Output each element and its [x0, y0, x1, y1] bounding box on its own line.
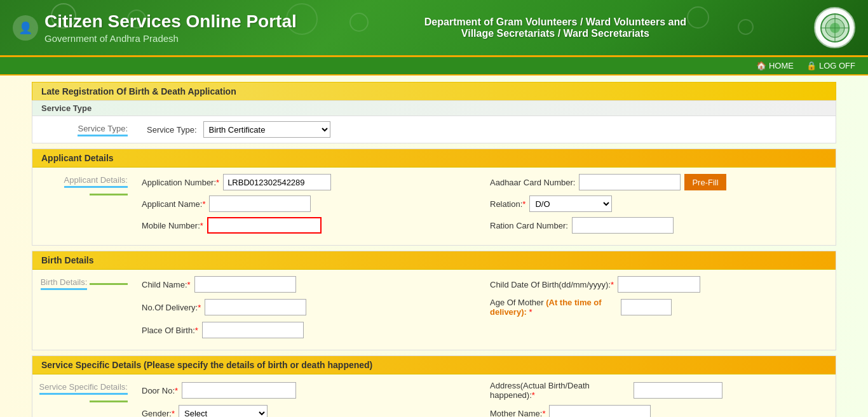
- service-type-header: Service Type: [32, 101, 836, 116]
- service-type-field: Service Type: Birth Certificate Death Ce…: [134, 121, 330, 138]
- applicant-fields: Application Number:* Aadhaar Card Number…: [134, 168, 836, 245]
- dob-field: Child Date Of Birth(dd/mm/yyyy):*: [490, 276, 828, 293]
- birth-fields: Child Name:* Child Date Of Birth(dd/mm/y…: [134, 270, 836, 350]
- lock-icon: 🔒: [806, 61, 817, 70]
- user-icon: 👤: [13, 15, 38, 41]
- service-specific-side-label: Service Specific Details:: [32, 374, 134, 417]
- birth-side-label: Birth Details:: [32, 270, 134, 350]
- application-number-input[interactable]: [223, 174, 331, 190]
- delivery-field: No.Of Delivery:*: [142, 298, 480, 317]
- service-specific-body: Service Specific Details: Door No:* Addr…: [32, 374, 836, 417]
- birth-section: Birth Details Birth Details: Child Name:…: [32, 251, 836, 350]
- main-content: Late Registration Of Birth & Death Appli…: [0, 76, 868, 417]
- age-mother-field: Age Of Mother (At the time of delivery):…: [490, 298, 828, 317]
- address-label: Address(Actual Birth/Death happened):*: [490, 381, 630, 400]
- service-type-select[interactable]: Birth Certificate Death Certificate: [203, 121, 330, 138]
- ration-card-field: Ration Card Number:: [490, 217, 828, 234]
- site-subtitle: Government of Andhra Pradesh: [44, 33, 297, 44]
- child-name-field: Child Name:*: [142, 276, 480, 293]
- child-name-input[interactable]: [194, 276, 296, 293]
- door-no-label: Door No:*: [142, 386, 178, 395]
- home-icon: 🏠: [756, 61, 766, 70]
- dept-info: Department of Gram Volunteers / Ward Vol…: [424, 17, 686, 39]
- aadhaar-label: Aadhaar Card Number:: [490, 178, 575, 187]
- place-birth-label: Place Of Birth:*: [142, 326, 198, 335]
- child-name-label: Child Name:*: [142, 280, 191, 289]
- aadhaar-input[interactable]: [579, 174, 681, 190]
- navbar: 🏠 HOME 🔒 LOG OFF: [0, 57, 868, 76]
- applicant-section-header: Applicant Details: [32, 149, 836, 168]
- delivery-label: No.Of Delivery:*: [142, 303, 201, 312]
- relation-field: Relation:* D/O S/O W/O: [490, 195, 828, 212]
- header: 👤 Citizen Services Online Portal Governm…: [0, 0, 868, 57]
- service-type-body: Service Type: Service Type: Birth Certif…: [32, 116, 836, 143]
- mother-name-field: Mother Name:*: [490, 405, 828, 417]
- mobile-field: Mobile Number:*: [142, 217, 480, 234]
- mother-name-label: Mother Name:*: [490, 409, 545, 418]
- relation-select[interactable]: D/O S/O W/O: [529, 195, 612, 212]
- place-birth-field: Place Of Birth:*: [142, 322, 480, 338]
- applicant-name-input[interactable]: [209, 195, 311, 212]
- application-number-label: Application Number:*: [142, 178, 219, 187]
- application-number-field: Application Number:*: [142, 174, 480, 190]
- applicant-section-body: Applicant Details: Application Number:* …: [32, 168, 836, 245]
- page-title: Late Registration Of Birth & Death Appli…: [32, 82, 836, 100]
- gender-select[interactable]: Select Male Female Other: [179, 405, 268, 417]
- door-no-input[interactable]: [182, 382, 296, 399]
- aadhaar-field: Aadhaar Card Number: Pre-Fill: [490, 174, 828, 190]
- service-type-side-label: Service Type:: [32, 121, 134, 138]
- applicant-section: Applicant Details Applicant Details: App…: [32, 149, 836, 246]
- service-type-label: Service Type:: [147, 125, 197, 135]
- applicant-side-label: Applicant Details:: [32, 168, 134, 245]
- service-specific-section: Service Specific Details (Please specify…: [32, 355, 836, 417]
- logo: [814, 7, 855, 48]
- service-specific-header: Service Specific Details (Please specify…: [32, 356, 836, 374]
- site-title: Citizen Services Online Portal: [44, 11, 297, 32]
- ration-card-input[interactable]: [572, 217, 674, 234]
- dob-input[interactable]: [618, 276, 700, 293]
- age-mother-input[interactable]: [621, 299, 672, 315]
- applicant-name-label: Applicant Name:*: [142, 199, 205, 209]
- door-no-field: Door No:*: [142, 381, 480, 400]
- address-input[interactable]: [634, 382, 722, 399]
- logoff-link[interactable]: 🔒 LOG OFF: [806, 61, 855, 70]
- mobile-label: Mobile Number:*: [142, 221, 203, 230]
- birth-section-body: Birth Details: Child Name:* Child Date O…: [32, 270, 836, 350]
- address-field: Address(Actual Birth/Death happened):*: [490, 381, 828, 400]
- age-mother-label: Age Of Mother (At the time of delivery):…: [490, 298, 617, 317]
- home-link[interactable]: 🏠 HOME: [756, 61, 794, 70]
- gender-label: Gender:*: [142, 409, 175, 418]
- service-type-section: Service Type Service Type: Service Type:…: [32, 100, 836, 143]
- ration-card-label: Ration Card Number:: [490, 221, 568, 230]
- gender-field: Gender:* Select Male Female Other: [142, 405, 480, 417]
- mother-name-input[interactable]: [549, 405, 651, 417]
- delivery-input[interactable]: [205, 299, 306, 315]
- prefill-button[interactable]: Pre-Fill: [684, 174, 726, 190]
- mobile-input[interactable]: [207, 217, 322, 234]
- service-specific-fields: Door No:* Address(Actual Birth/Death hap…: [134, 374, 836, 417]
- place-birth-input[interactable]: [202, 322, 304, 338]
- relation-label: Relation:*: [490, 199, 526, 209]
- dob-label: Child Date Of Birth(dd/mm/yyyy):*: [490, 280, 614, 289]
- applicant-name-field: Applicant Name:*: [142, 195, 480, 212]
- birth-section-header: Birth Details: [32, 251, 836, 270]
